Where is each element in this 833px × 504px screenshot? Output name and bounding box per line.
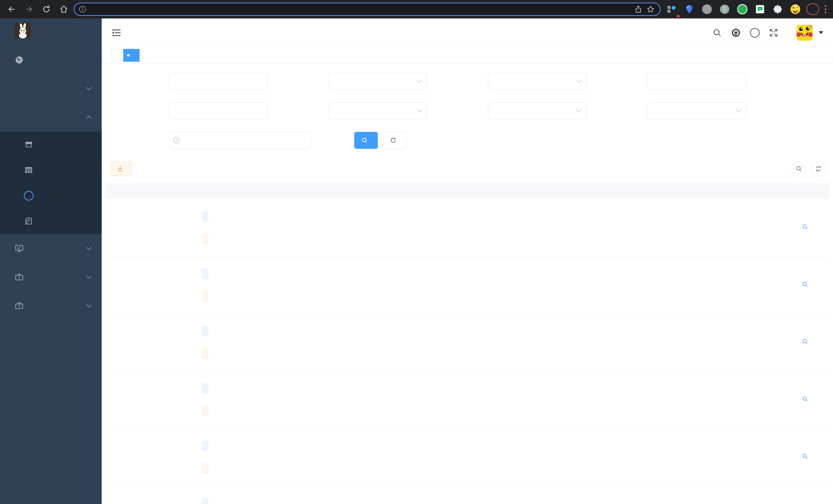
cell-title bbox=[337, 314, 435, 371]
col-actions bbox=[783, 183, 829, 199]
cell-title bbox=[337, 486, 435, 504]
chevron-down-icon bbox=[86, 275, 92, 279]
cell-fee bbox=[486, 199, 537, 256]
top-navbar bbox=[102, 19, 833, 47]
briefcase-icon bbox=[13, 272, 25, 282]
cell-created bbox=[680, 429, 732, 486]
orders-table bbox=[105, 183, 829, 504]
col-status bbox=[588, 183, 634, 199]
site-info-icon[interactable] bbox=[79, 5, 86, 13]
notify-status-select[interactable] bbox=[647, 102, 746, 119]
cell-paid bbox=[732, 199, 783, 256]
pay-tag bbox=[202, 291, 208, 302]
cell-id bbox=[105, 314, 134, 371]
date-range-picker[interactable] bbox=[169, 132, 311, 149]
view-details-link[interactable] bbox=[802, 281, 810, 287]
extension-command-icon[interactable] bbox=[701, 4, 712, 15]
extension-pin-icon[interactable] bbox=[684, 4, 695, 15]
sidebar-item-payment[interactable] bbox=[0, 103, 102, 131]
active-dot bbox=[127, 54, 129, 56]
sidebar-item-refund-order[interactable] bbox=[0, 209, 102, 234]
browser-update-button[interactable] bbox=[806, 3, 819, 15]
view-details-link[interactable] bbox=[802, 453, 810, 459]
col-pay-order bbox=[198, 183, 337, 199]
help-icon[interactable] bbox=[750, 28, 760, 38]
col-fee bbox=[486, 183, 537, 199]
refresh-button[interactable] bbox=[811, 161, 826, 176]
col-channel bbox=[134, 183, 198, 199]
sidebar-item-system[interactable] bbox=[0, 74, 102, 103]
avatar[interactable] bbox=[796, 25, 812, 41]
sidebar-item-infrastructure[interactable] bbox=[0, 234, 102, 263]
extension-dot-icon[interactable] bbox=[719, 4, 730, 15]
extension-blocks-icon[interactable] bbox=[666, 4, 677, 15]
view-details-link[interactable] bbox=[802, 396, 810, 402]
caret-down-icon[interactable] bbox=[819, 31, 823, 34]
cell-actions bbox=[783, 486, 829, 504]
sidebar-item-app-info[interactable] bbox=[0, 157, 102, 183]
cell-refund bbox=[537, 256, 588, 314]
reset-button[interactable] bbox=[382, 132, 406, 149]
filter-notify-status bbox=[590, 102, 746, 119]
cell-amount bbox=[435, 199, 486, 256]
bookmark-star-icon[interactable] bbox=[646, 5, 655, 13]
search-icon[interactable] bbox=[713, 28, 722, 38]
export-button[interactable] bbox=[111, 162, 132, 176]
sidebar-collapse-icon[interactable] bbox=[112, 28, 121, 37]
chevron-down-icon bbox=[417, 80, 422, 83]
tab-pay-order[interactable] bbox=[123, 49, 140, 62]
cell-refund bbox=[537, 199, 588, 256]
app-logo[interactable] bbox=[0, 19, 102, 43]
view-details-link[interactable] bbox=[802, 339, 810, 345]
sidebar-submenu-payment bbox=[0, 131, 102, 234]
merchant-tag bbox=[202, 498, 208, 504]
cell-actions bbox=[783, 429, 829, 486]
toggle-search-button[interactable] bbox=[791, 161, 806, 176]
chevron-down-icon bbox=[576, 110, 581, 113]
chevron-down-icon bbox=[86, 304, 92, 308]
filter-create-time bbox=[111, 132, 311, 149]
browser-menu-icon[interactable] bbox=[824, 5, 827, 14]
back-icon[interactable] bbox=[7, 4, 16, 14]
sidebar-item-workflow[interactable] bbox=[0, 291, 102, 320]
browser-extensions bbox=[661, 4, 806, 15]
pay-status-select[interactable] bbox=[328, 102, 427, 119]
cell-status bbox=[588, 371, 634, 429]
cell-id bbox=[105, 256, 134, 314]
sidebar-item-home[interactable] bbox=[0, 46, 102, 74]
filter-merchant bbox=[111, 73, 267, 90]
channel-order-no-input[interactable] bbox=[169, 102, 267, 119]
chevron-down-icon bbox=[417, 110, 422, 113]
cell-notify bbox=[634, 486, 680, 504]
forward-icon[interactable] bbox=[24, 4, 34, 14]
view-details-link[interactable] bbox=[802, 224, 810, 230]
fullscreen-icon[interactable] bbox=[769, 28, 778, 38]
table-row bbox=[105, 256, 829, 314]
extension-y-icon[interactable] bbox=[737, 4, 748, 15]
channel-code-select[interactable] bbox=[488, 73, 587, 90]
search-button[interactable] bbox=[354, 132, 378, 149]
cell-channel bbox=[134, 314, 198, 371]
home-icon[interactable] bbox=[59, 4, 69, 14]
url-bar[interactable] bbox=[74, 3, 661, 16]
app-id-select[interactable] bbox=[328, 73, 427, 90]
cell-amount bbox=[435, 256, 486, 314]
extensions-puzzle-icon[interactable] bbox=[772, 4, 783, 15]
sidebar-item-pay-order[interactable] bbox=[0, 183, 102, 209]
refund-status-select[interactable] bbox=[488, 102, 587, 119]
sidebar-item-merchant-info[interactable] bbox=[0, 131, 102, 157]
extension-chat-icon[interactable] bbox=[755, 4, 765, 15]
cell-paid bbox=[732, 429, 783, 486]
cell-notify bbox=[634, 371, 680, 429]
share-icon[interactable] bbox=[634, 5, 642, 13]
profile-emoji-icon[interactable] bbox=[790, 4, 801, 15]
merchant-input[interactable] bbox=[169, 73, 267, 90]
tab-home[interactable] bbox=[112, 49, 120, 62]
merchant-tag bbox=[202, 269, 208, 279]
cell-notify bbox=[634, 429, 680, 486]
sidebar-item-devtools[interactable] bbox=[0, 263, 102, 291]
merchant-order-no-input[interactable] bbox=[647, 73, 746, 90]
chevron-up-icon bbox=[86, 116, 92, 119]
github-icon[interactable] bbox=[731, 28, 741, 38]
reload-icon[interactable] bbox=[42, 4, 51, 14]
